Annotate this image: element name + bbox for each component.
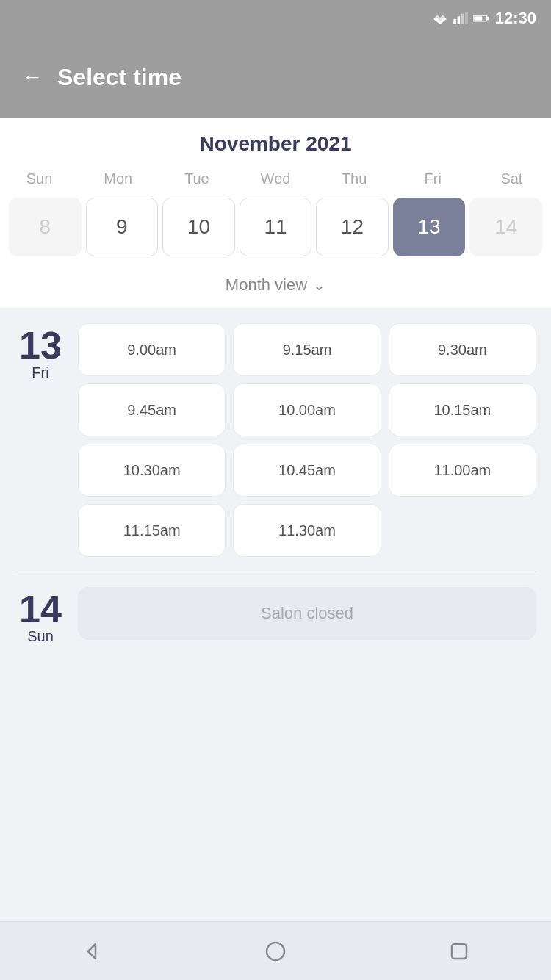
day-12[interactable]: 12 [316, 198, 389, 256]
chevron-down-icon: ⌄ [313, 276, 325, 294]
day-14: 14 [469, 198, 542, 256]
signal-icon [453, 12, 469, 24]
weekday-sat: Sat [472, 167, 551, 190]
status-bar: 12:30 [0, 0, 551, 37]
svg-rect-11 [452, 944, 467, 959]
svg-rect-8 [474, 16, 482, 21]
day-number-col-13: 13 Fri [15, 323, 66, 557]
battery-icon [473, 12, 489, 24]
day-13[interactable]: 13 [393, 198, 466, 256]
svg-rect-4 [461, 14, 464, 24]
slot-900am[interactable]: 9.00am [78, 323, 226, 376]
days-row: 8 9 10 11 12 13 14 [0, 198, 551, 268]
day-10[interactable]: 10 [162, 198, 235, 256]
slot-930am[interactable]: 9.30am [389, 323, 536, 376]
weekdays-row: Sun Mon Tue Wed Thu Fri Sat [0, 167, 551, 190]
slot-1045am[interactable]: 10.45am [233, 444, 381, 497]
day-name-13: Fri [32, 364, 48, 381]
day-9[interactable]: 9 [86, 198, 159, 256]
slot-1115am[interactable]: 11.15am [78, 504, 226, 557]
svg-rect-3 [457, 16, 460, 24]
timeslots-grid-13: 9.00am 9.15am 9.30am 9.45am 10.00am 10.1… [78, 323, 536, 557]
weekday-fri: Fri [394, 167, 472, 190]
day-number-col-14: 14 Sun [15, 587, 66, 645]
slot-1000am[interactable]: 10.00am [233, 383, 381, 436]
timeslots-section: 13 Fri 9.00am 9.15am 9.30am 9.45am 10.00… [0, 309, 551, 921]
svg-rect-2 [453, 19, 456, 24]
status-icons [432, 12, 489, 24]
slot-1130am[interactable]: 11.30am [233, 504, 381, 557]
day-11[interactable]: 11 [240, 198, 312, 256]
day-8: 8 [9, 198, 82, 256]
month-view-label: Month view [226, 275, 307, 295]
month-title: November 2021 [0, 132, 551, 156]
weekday-mon: Mon [79, 167, 157, 190]
slot-1100am[interactable]: 11.00am [389, 444, 536, 497]
weekday-wed: Wed [236, 167, 314, 190]
svg-rect-5 [465, 12, 468, 24]
day-number-14: 14 [19, 590, 62, 628]
day-block-13: 13 Fri 9.00am 9.15am 9.30am 9.45am 10.00… [0, 309, 551, 572]
calendar-section: November 2021 Sun Mon Tue Wed Thu Fri Sa… [0, 118, 551, 309]
wifi-icon [432, 12, 448, 24]
back-button[interactable]: ← [22, 67, 43, 87]
weekday-thu: Thu [315, 167, 394, 190]
day-number-13: 13 [19, 326, 62, 364]
nav-bar [0, 921, 551, 980]
weekday-sun: Sun [0, 167, 79, 190]
app-header: ← Select time [0, 37, 551, 118]
salon-closed-label: Salon closed [78, 587, 536, 640]
day-name-14: Sun [27, 628, 54, 645]
slot-1015am[interactable]: 10.15am [389, 383, 536, 436]
page-title: Select time [57, 64, 181, 91]
slot-945am[interactable]: 9.45am [78, 383, 226, 436]
day-block-14: 14 Sun Salon closed [0, 572, 551, 660]
nav-home-icon[interactable] [262, 938, 289, 965]
nav-recent-icon[interactable] [446, 938, 472, 965]
slot-1030am[interactable]: 10.30am [78, 444, 226, 497]
slot-915am[interactable]: 9.15am [233, 323, 381, 376]
month-view-toggle[interactable]: Month view ⌄ [0, 268, 551, 309]
svg-marker-9 [88, 944, 96, 959]
svg-rect-7 [487, 17, 489, 21]
nav-back-icon[interactable] [79, 938, 105, 965]
status-time: 12:30 [495, 9, 536, 28]
weekday-tue: Tue [157, 167, 236, 190]
svg-point-10 [267, 943, 284, 960]
